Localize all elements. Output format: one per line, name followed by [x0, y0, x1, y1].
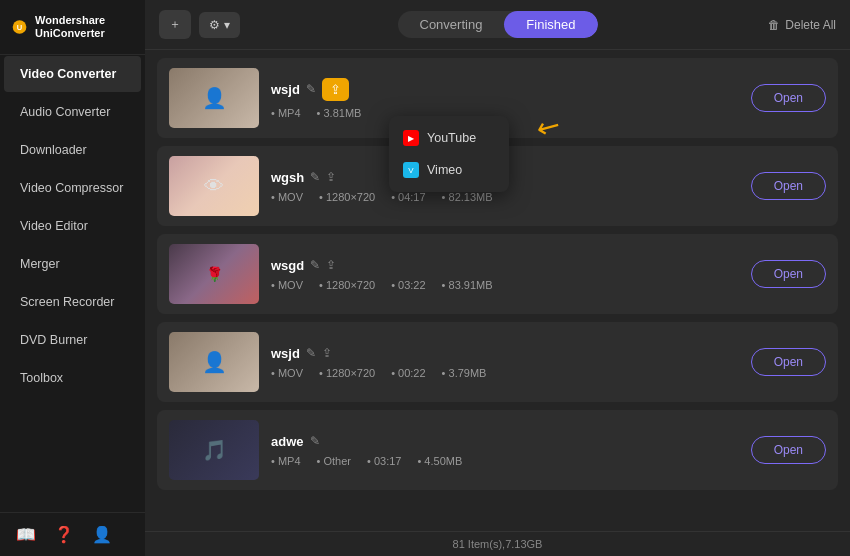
settings-button[interactable]: ⚙ ▾	[199, 12, 240, 38]
add-icon: ＋	[169, 16, 181, 33]
file-meta: MP4 Other 03:17 4.50MB	[271, 455, 739, 467]
file-meta: MOV 1280×720 03:22 83.91MB	[271, 279, 739, 291]
open-button[interactable]: Open	[751, 84, 826, 112]
app-logo: U Wondershare UniConverter	[0, 0, 145, 55]
tab-converting[interactable]: Converting	[397, 11, 504, 38]
edit-icon[interactable]: ✎	[310, 434, 320, 448]
sidebar-item-screen-recorder[interactable]: Screen Recorder	[4, 284, 141, 320]
chevron-down-icon: ▾	[224, 18, 230, 32]
file-name: wsgd	[271, 258, 304, 273]
delete-all-button[interactable]: 🗑 Delete All	[768, 18, 836, 32]
sidebar-item-video-compressor[interactable]: Video Compressor	[4, 170, 141, 206]
help-icon[interactable]: ❓	[54, 525, 74, 544]
open-button[interactable]: Open	[751, 436, 826, 464]
share-icon[interactable]: ⇪	[322, 346, 332, 360]
sidebar-item-merger[interactable]: Merger	[4, 246, 141, 282]
share-dropdown: ▶ YouTube V Vimeo	[389, 116, 509, 192]
edit-icon[interactable]: ✎	[310, 258, 320, 272]
open-button[interactable]: Open	[751, 348, 826, 376]
youtube-icon: ▶	[403, 130, 419, 146]
file-meta: MOV 1280×720 04:17 82.13MB	[271, 191, 739, 203]
sidebar: U Wondershare UniConverter Video Convert…	[0, 0, 145, 556]
open-button[interactable]: Open	[751, 260, 826, 288]
file-name: wsjd	[271, 346, 300, 361]
svg-text:U: U	[17, 23, 22, 32]
status-bar: 81 Item(s),7.13GB	[145, 531, 850, 556]
main-content: ＋ ⚙ ▾ Converting Finished 🗑 Delete All 👤	[145, 0, 850, 556]
file-name-row: wsjd ✎ ⇪	[271, 78, 739, 101]
table-row: 👤 wsjd ✎ ⇪ MOV 1280×720 00:22 3.79MB Ope…	[157, 322, 838, 402]
tab-finished[interactable]: Finished	[504, 11, 597, 38]
sidebar-bottom: 📖 ❓ 👤	[0, 512, 145, 556]
file-thumbnail: 🌹	[169, 244, 259, 304]
file-name: wsjd	[271, 82, 300, 97]
share-button-highlighted[interactable]: ⇪	[322, 78, 349, 101]
file-name: wgsh	[271, 170, 304, 185]
sidebar-item-dvd-burner[interactable]: DVD Burner	[4, 322, 141, 358]
gear-icon: ⚙	[209, 18, 220, 32]
sidebar-item-video-editor[interactable]: Video Editor	[4, 208, 141, 244]
add-file-button[interactable]: ＋	[159, 10, 191, 39]
file-info: wsjd ✎ ⇪ MOV 1280×720 00:22 3.79MB	[271, 346, 739, 379]
share-icon: ⇪	[330, 82, 341, 97]
table-row: 🎵 adwe ✎ MP4 Other 03:17 4.50MB Open	[157, 410, 838, 490]
file-info: wsgd ✎ ⇪ MOV 1280×720 03:22 83.91MB	[271, 258, 739, 291]
app-title: Wondershare UniConverter	[35, 14, 133, 40]
file-name: adwe	[271, 434, 304, 449]
dropdown-item-youtube[interactable]: ▶ YouTube	[389, 122, 509, 154]
file-name-row: adwe ✎	[271, 434, 739, 449]
share-icon[interactable]: ⇪	[326, 258, 336, 272]
file-thumbnail: 👁	[169, 156, 259, 216]
edit-icon[interactable]: ✎	[306, 346, 316, 360]
file-info: wsjd ✎ ⇪ MP4 3.81MB	[271, 78, 739, 119]
status-text: 81 Item(s),7.13GB	[453, 538, 543, 550]
file-info: adwe ✎ MP4 Other 03:17 4.50MB	[271, 434, 739, 467]
edit-icon[interactable]: ✎	[306, 82, 316, 96]
file-meta: MOV 1280×720 00:22 3.79MB	[271, 367, 739, 379]
table-row: 🌹 wsgd ✎ ⇪ MOV 1280×720 03:22 83.91MB Op…	[157, 234, 838, 314]
vimeo-icon: V	[403, 162, 419, 178]
sidebar-item-video-converter[interactable]: Video Converter	[4, 56, 141, 92]
dropdown-item-vimeo[interactable]: V Vimeo	[389, 154, 509, 186]
sidebar-item-downloader[interactable]: Downloader	[4, 132, 141, 168]
trash-icon: 🗑	[768, 18, 780, 32]
file-list: 👤 wsjd ✎ ⇪ MP4 3.81MB Open ▶	[145, 50, 850, 531]
user-icon[interactable]: 👤	[92, 525, 112, 544]
file-thumbnail: 🎵	[169, 420, 259, 480]
file-name-row: wsjd ✎ ⇪	[271, 346, 739, 361]
sidebar-item-toolbox[interactable]: Toolbox	[4, 360, 141, 396]
share-icon[interactable]: ⇪	[326, 170, 336, 184]
file-thumbnail: 👤	[169, 68, 259, 128]
app-logo-icon: U	[12, 16, 27, 38]
toolbar: ＋ ⚙ ▾ Converting Finished 🗑 Delete All	[145, 0, 850, 50]
tab-group: Converting Finished	[397, 11, 597, 38]
file-name-row: wsgd ✎ ⇪	[271, 258, 739, 273]
file-thumbnail: 👤	[169, 332, 259, 392]
book-icon[interactable]: 📖	[16, 525, 36, 544]
sidebar-item-audio-converter[interactable]: Audio Converter	[4, 94, 141, 130]
open-button[interactable]: Open	[751, 172, 826, 200]
edit-icon[interactable]: ✎	[310, 170, 320, 184]
table-row: 👤 wsjd ✎ ⇪ MP4 3.81MB Open ▶	[157, 58, 838, 138]
